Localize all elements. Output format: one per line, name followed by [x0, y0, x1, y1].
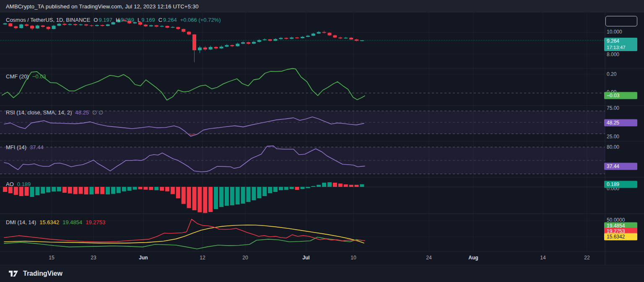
price-axis-label: 10.000 — [607, 29, 622, 35]
price-axis-badge: 37.44 — [604, 163, 637, 170]
low-value: 9.169 — [141, 17, 155, 23]
high-label: H — [116, 17, 119, 23]
time-tick-14: 14 — [540, 255, 545, 261]
price-axis-label: 8.000 — [607, 52, 619, 57]
price-axis-badge: 9.26417:13:47 — [604, 38, 637, 51]
mfi-value: 37.44 — [30, 144, 44, 150]
time-tick-24: 24 — [426, 255, 431, 261]
high-value: 9.269 — [120, 17, 134, 23]
time-tick-23: 23 — [91, 255, 96, 261]
dmi-legend[interactable]: DMI (14, 14) 15.6342 19.4854 19.2753 — [6, 219, 105, 225]
open-label: O — [93, 17, 98, 23]
dmi-plus-di-value: 19.4854 — [62, 219, 82, 225]
dmi-label: DMI (14, 14) — [6, 219, 36, 225]
rsi-value: 48.25 — [75, 109, 89, 116]
time-tick-15: 15 — [49, 255, 54, 261]
tradingview-brand-text: TradingView — [23, 270, 62, 277]
close-value: 9.264 — [163, 17, 177, 23]
time-tick-Jul: Jul — [302, 255, 309, 261]
time-tick-20: 20 — [242, 255, 248, 261]
price-axis-label: 25.00 — [607, 134, 619, 140]
price-axis-badge: 15.6342 — [604, 233, 637, 241]
open-value: 9.197 — [99, 17, 112, 23]
tradingview-snapshot: AMBCrypto_TA published on TradingView.co… — [0, 0, 644, 282]
dmi-adx-value: 15.6342 — [39, 219, 59, 225]
cmf-legend[interactable]: CMF (20) −0.03 — [6, 73, 46, 80]
price-axis-badge: 48.25 — [604, 119, 637, 127]
price-axis-label: 75.00 — [607, 105, 619, 111]
time-tick-12: 12 — [200, 255, 205, 261]
price-axis-badge: 0.189 — [604, 181, 637, 188]
rsi-legend[interactable]: RSI (14, close, SMA, 14, 2) 48.25 ∅ ∅ — [6, 109, 103, 116]
time-tick-Jun: Jun — [139, 255, 148, 261]
tradingview-logo-icon[interactable] — [8, 270, 19, 277]
close-label: C — [158, 17, 162, 23]
ohlc-toggle-box[interactable] — [605, 16, 637, 26]
price-axis-label: 80.00 — [607, 144, 619, 150]
price-axis-label: 0.20 — [607, 71, 616, 77]
mfi-legend[interactable]: MFI (14) 37.44 — [6, 144, 44, 150]
time-tick-10: 10 — [351, 255, 356, 261]
cmf-label: CMF (20) — [6, 73, 29, 80]
ao-value: 0.189 — [17, 181, 31, 187]
symbol-title: Cosmos / TetherUS, 1D, BINANCE — [6, 17, 90, 23]
time-tick-Aug: Aug — [468, 255, 478, 261]
ao-legend[interactable]: AO 0.189 — [6, 181, 31, 187]
price-axis-badge: −0.03 — [604, 92, 637, 99]
cmf-value: −0.03 — [32, 73, 46, 80]
change-value: +0.066 (+0.72%) — [180, 17, 221, 23]
price-pane-legend[interactable]: Cosmos / TetherUS, 1D, BINANCE O9.197 H9… — [6, 17, 221, 23]
time-tick-22: 22 — [584, 255, 589, 261]
footer-bar: TradingView — [0, 265, 644, 282]
mfi-label: MFI (14) — [6, 144, 26, 150]
dmi-minus-di-value: 19.2753 — [86, 219, 105, 225]
rsi-empty-set-icons: ∅ ∅ — [92, 109, 103, 116]
ao-label: AO — [6, 181, 14, 187]
low-label: L — [138, 17, 140, 23]
rsi-label: RSI (14, close, SMA, 14, 2) — [6, 109, 72, 116]
